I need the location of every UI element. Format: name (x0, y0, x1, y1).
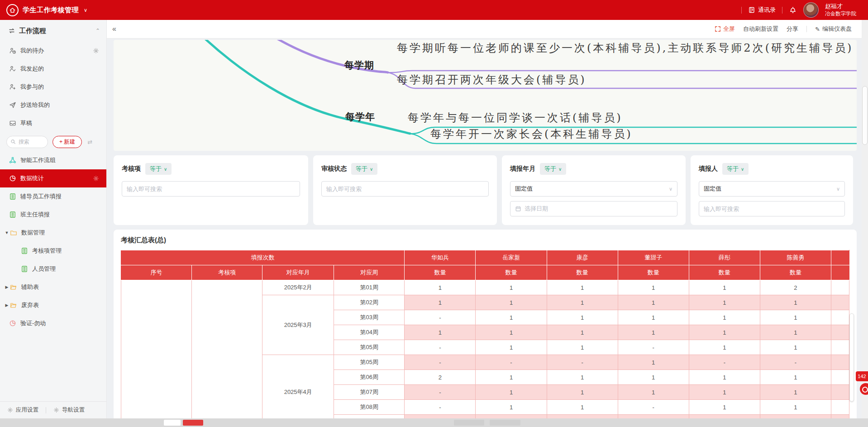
sidebar-item-label: 考核项管理 (32, 247, 62, 255)
sort-toggle-icon[interactable]: ⇄ (87, 139, 92, 145)
column-header: 考核项 (192, 265, 262, 280)
column-header-person: 薛彤 (689, 250, 760, 265)
sidebar-item-auxiliary-tables[interactable]: ▶ 辅助表 (0, 278, 106, 296)
mindmap-node-year[interactable]: 每学年 (345, 110, 375, 123)
qty-cell: 1 (547, 325, 618, 340)
qty-cell: 1 (476, 325, 547, 340)
operator-dropdown[interactable]: 等于∨ (145, 163, 172, 175)
nav-settings-button[interactable]: 导航设置 (46, 406, 92, 414)
notification-bell-icon[interactable] (789, 6, 797, 14)
column-header-qty: 数量 (689, 265, 760, 280)
sidebar-item-participated[interactable]: 我参与的 (0, 78, 106, 96)
edit-dashboard-button[interactable]: ✎ 编辑仪表盘 (815, 25, 852, 33)
week-cell: 第05周 (334, 355, 405, 370)
value-type-select[interactable]: 固定值∨ (699, 181, 845, 197)
filter-label: 审核状态 (321, 165, 347, 173)
app-settings-button[interactable]: 应用设置 (0, 406, 46, 414)
app-switcher-chevron-icon[interactable]: ∨ (84, 7, 87, 13)
sidebar-item-initiated-by-me[interactable]: 我发起的 (0, 60, 106, 78)
sidebar-collapse-icon[interactable]: « (107, 25, 122, 33)
page-scrollbar[interactable] (862, 20, 868, 418)
value-type-select[interactable]: 固定值∨ (510, 181, 677, 197)
sidebar-item-cc-to-me[interactable]: 抄送给我的 (0, 96, 106, 114)
sidebar-item-label: 我发起的 (20, 65, 44, 73)
notification-count-badge[interactable]: 142 (856, 371, 868, 381)
sidebar-item-label: 草稿 (20, 119, 32, 127)
mindmap-node-semester[interactable]: 每学期 (344, 59, 374, 72)
mindmap-leaf-text[interactable]: 每学期召开两次年级大会(辅导员) (397, 72, 849, 87)
filter-card-report-month: 填报年月 等于∨ 固定值∨ 选择日期 (502, 155, 686, 225)
contacts-button[interactable]: 通讯录 (748, 6, 776, 14)
home-icon[interactable] (6, 4, 19, 16)
qty-cell: 2 (405, 370, 476, 385)
sidebar-item-my-todo[interactable]: 我的待办 (0, 42, 106, 60)
seq-cell-empty (121, 280, 192, 427)
review-status-search-input[interactable] (321, 181, 489, 197)
page-scrollbar-thumb[interactable] (862, 86, 868, 145)
operator-dropdown[interactable]: 等于∨ (722, 163, 749, 175)
qty-cell: 1 (476, 340, 547, 355)
sidebar-item-head-teacher-report[interactable]: 班主任填报 (0, 206, 106, 224)
qty-cell: - (689, 355, 760, 370)
qty-cell: - (405, 385, 476, 400)
fullscreen-button[interactable]: 全屏 (715, 25, 735, 33)
mindmap-leaf-text[interactable]: 每学年与每一位同学谈一次话(辅导员) (408, 110, 851, 125)
user-avatar[interactable] (803, 2, 819, 18)
end-cell (831, 355, 849, 370)
caret-right-icon[interactable]: ▶ (4, 285, 10, 289)
sidebar-item-data-statistics[interactable]: 数据统计 (0, 169, 106, 187)
qty-cell: 1 (689, 385, 760, 400)
mindmap-leaf-text[interactable]: 每学期听每一位老师的课至少一次(本科辅导员),主动联系导师2次(研究生辅导员) (397, 41, 855, 56)
mindmap-widget[interactable]: 每学期 每学年 每学期听每一位老师的课至少一次(本科辅导员),主动联系导师2次(… (114, 40, 857, 151)
qty-cell: 1 (547, 400, 618, 415)
sidebar-item-label: 辅导员工作填报 (20, 192, 62, 201)
select-value: 固定值 (704, 185, 721, 193)
assessment-item-search-input[interactable] (122, 181, 300, 197)
sidebar: 工作流程 ⌃ 我的待办 我发起的 我参与的 抄送给我的 草稿 +新建 ⇄ 智能工… (0, 20, 107, 418)
operator-value: 等于 (150, 165, 162, 173)
sidebar-item-label: 数据统计 (20, 174, 44, 182)
reporter-search-input[interactable] (699, 201, 845, 216)
sidebar-item-drafts[interactable]: 草稿 (0, 114, 106, 132)
end-cell (831, 400, 849, 415)
qty-cell: 2 (760, 280, 831, 295)
sidebar-item-verification-do-not-touch[interactable]: 验证-勿动 (0, 314, 106, 332)
folder-icon (10, 229, 17, 236)
table-scrollbar-thumb[interactable] (849, 313, 854, 402)
app-title[interactable]: 学生工作考核管理 (23, 6, 79, 14)
assessment-summary-table: 填报次数华如兵岳家新康彦董甜子薛彤陈善勇序号考核项对应年月对应周数量数量数量数量… (121, 250, 849, 427)
new-workflow-button[interactable]: +新建 (52, 136, 82, 148)
qty-cell: 1 (476, 385, 547, 400)
operator-dropdown[interactable]: 等于∨ (351, 163, 377, 175)
gear-icon[interactable] (93, 175, 99, 182)
pencil-icon: ✎ (815, 26, 820, 33)
sidebar-item-deprecated-tables[interactable]: ▶ 废弃表 (0, 296, 106, 314)
sidebar-item-data-management[interactable]: ▼ 数据管理 (0, 224, 106, 242)
gear-icon[interactable] (93, 48, 99, 54)
column-header: 对应周 (334, 265, 405, 280)
end-cell (831, 280, 849, 295)
sidebar-item-assessment-item-management[interactable]: 考核项管理 (0, 242, 106, 260)
operator-dropdown[interactable]: 等于∨ (540, 163, 566, 175)
sidebar-item-counselor-report[interactable]: 辅导员工作填报 (0, 187, 106, 206)
sidebar-item-label: 废弃表 (21, 301, 39, 309)
share-button[interactable]: 分享 (787, 25, 798, 33)
bottom-scroll-strip[interactable] (0, 418, 868, 427)
chevron-down-icon: ∨ (741, 167, 744, 172)
caret-right-icon[interactable]: ▶ (4, 303, 10, 307)
qty-cell: 1 (760, 385, 831, 400)
section-collapse-icon[interactable]: ⌃ (95, 28, 100, 34)
date-picker-input[interactable]: 选择日期 (510, 201, 677, 216)
sidebar-item-label: 智能工作流组 (20, 156, 56, 164)
gear-icon (7, 407, 13, 413)
document-list-icon (21, 247, 28, 254)
auto-refresh-button[interactable]: 自动刷新设置 (743, 25, 778, 33)
caret-down-icon[interactable]: ▼ (4, 230, 10, 235)
sidebar-item-personnel-management[interactable]: 人员管理 (0, 260, 106, 278)
document-list-icon (21, 265, 28, 273)
end-cell (831, 325, 849, 340)
filter-card-reporter: 填报人 等于∨ 固定值∨ (691, 155, 853, 225)
mindmap-leaf-text[interactable]: 每学年开一次家长会(本科生辅导员) (430, 127, 851, 142)
sidebar-item-smart-workflow-group[interactable]: 智能工作流组 (0, 151, 106, 169)
column-header-qty: 数量 (618, 265, 689, 280)
